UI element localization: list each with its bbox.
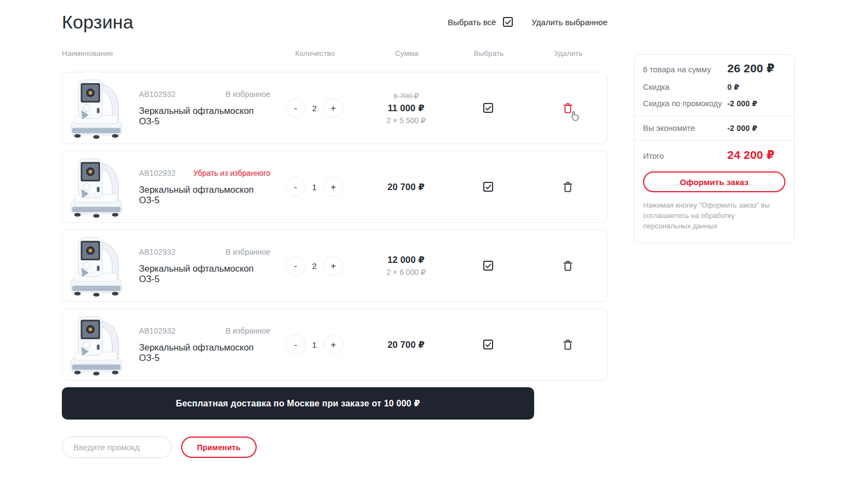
item-name: Зеркальный офтальмоскоп ОЗ-5 (139, 185, 270, 205)
free-delivery-banner: Бесплатная доставка по Москве при заказе… (62, 387, 534, 420)
quantity-value: 2 (305, 261, 323, 271)
page-title: Корзина (62, 12, 134, 33)
select-item-checkbox[interactable] (483, 182, 493, 192)
favorite-toggle[interactable]: В избранное (225, 248, 270, 256)
checkout-button[interactable]: Оформить заказ (643, 171, 785, 192)
quantity-value: 2 (305, 104, 323, 113)
quantity-value: 1 (305, 340, 323, 349)
select-item-checkbox[interactable] (483, 261, 493, 271)
quantity-value: 1 (305, 182, 323, 192)
summary-divider (634, 140, 794, 141)
quantity-stepper: - 1 + (283, 335, 346, 354)
promo-input[interactable] (62, 437, 172, 458)
trash-icon (563, 340, 572, 350)
quantity-stepper: - 2 + (283, 98, 346, 118)
item-article: АВ102932 (139, 90, 176, 99)
item-price: 20 700 ₽ (387, 182, 425, 192)
item-article: АВ102932 (139, 169, 176, 177)
items-count-label: 6 товара на сумму (643, 65, 727, 74)
item-price: 20 700 ₽ (387, 340, 425, 350)
increase-quantity-button[interactable]: + (323, 335, 343, 354)
item-unit-price: 2 × 6 000 ₽ (386, 268, 426, 277)
item-old-price: 6 700 ₽ (394, 91, 419, 100)
total-label: Итого (643, 152, 727, 160)
increase-quantity-button[interactable]: + (323, 98, 343, 118)
banner-text: Бесплатная доставка по Москве при заказе… (176, 398, 420, 409)
select-all-label: Выбрать всё (448, 18, 496, 27)
favorite-toggle[interactable]: В избранное (225, 326, 270, 335)
promo-section: Применить (62, 437, 607, 458)
item-name: Зеркальный офтальмоскоп ОЗ-5 (139, 106, 270, 127)
decrease-quantity-button[interactable]: - (286, 335, 305, 354)
product-image (66, 312, 126, 377)
decrease-quantity-button[interactable]: - (286, 177, 305, 197)
product-image (66, 76, 126, 140)
item-article: АВ102932 (139, 326, 176, 335)
discount-label: Скидка (643, 83, 727, 91)
delete-item-button[interactable] (562, 260, 574, 272)
select-item-checkbox[interactable] (483, 340, 493, 349)
column-header-delete: Удалить (520, 49, 617, 58)
product-image (66, 233, 126, 298)
item-price: 12 000 ₽ (387, 255, 425, 265)
column-header-select: Выбрать (467, 49, 511, 58)
cart-item-row: АВ102932 В избранное Зеркальный офтальмо… (62, 229, 607, 302)
items-count-value: 26 200 ₽ (727, 62, 785, 75)
pointer-cursor-icon (570, 111, 580, 122)
promo-discount-value: -2 000 ₽ (727, 99, 785, 108)
column-header-sum: Сумма (346, 49, 467, 58)
cart-item-row: АВ102932 В избранное Зеркальный офтальмо… (62, 308, 607, 381)
item-name: Зеркальный офтальмоскоп ОЗ-5 (139, 342, 270, 363)
delete-selected-button[interactable]: Удалить выбранное (531, 18, 607, 27)
select-all[interactable]: Выбрать всё (448, 17, 513, 27)
product-image (66, 154, 126, 219)
delete-item-button[interactable] (562, 181, 574, 193)
summary-divider (634, 116, 794, 116)
cart-item-row: АВ102932 Убрать из избранного Зеркальный… (62, 151, 607, 223)
favorite-toggle[interactable]: Убрать из избранного (193, 169, 270, 177)
increase-quantity-button[interactable]: + (323, 177, 343, 197)
table-header: Наименование Количество Сумма Выбрать Уд… (62, 49, 607, 58)
delete-item-button[interactable] (562, 338, 574, 351)
promo-discount-label: Скидка по промокоду (643, 99, 727, 108)
total-value: 24 200 ₽ (727, 148, 785, 162)
cart-item-row: АВ102932 В избранное Зеркальный офтальмо… (62, 72, 607, 144)
decrease-quantity-button[interactable]: - (286, 256, 305, 276)
trash-icon (563, 261, 572, 271)
quantity-stepper: - 2 + (283, 256, 346, 276)
savings-label: Вы экономите (643, 124, 727, 133)
cart-items-list: АВ102932 В избранное Зеркальный офтальмо… (62, 72, 607, 381)
column-header-name: Наименование (62, 49, 283, 58)
discount-value: 0 ₽ (727, 83, 785, 91)
page-header: Корзина Выбрать всё Удалить выбранное (62, 8, 607, 36)
item-article: АВ102932 (139, 248, 176, 256)
apply-promo-button[interactable]: Применить (181, 437, 257, 458)
item-name: Зеркальный офтальмоскоп ОЗ-5 (139, 263, 270, 284)
decrease-quantity-button[interactable]: - (286, 98, 305, 118)
favorite-toggle[interactable]: В избранное (225, 90, 270, 99)
delete-item-button[interactable] (562, 102, 574, 114)
cart-page: Корзина Выбрать всё Удалить выбранное На… (0, 0, 868, 482)
item-price: 11 000 ₽ (387, 103, 424, 113)
trash-icon (563, 182, 572, 192)
select-all-checkbox[interactable] (503, 17, 513, 27)
order-summary: 6 товара на сумму 26 200 ₽ Скидка 0 ₽ Ск… (634, 54, 795, 243)
savings-value: -2 000 ₽ (727, 124, 785, 133)
consent-note: Нажимая кнопку "Оформить заказ" вы согла… (643, 200, 774, 232)
item-unit-price: 2 × 5 500 ₽ (386, 116, 426, 125)
increase-quantity-button[interactable]: + (323, 256, 343, 276)
quantity-stepper: - 1 + (283, 177, 346, 197)
select-item-checkbox[interactable] (483, 103, 493, 113)
column-header-quantity: Количество (283, 49, 346, 58)
